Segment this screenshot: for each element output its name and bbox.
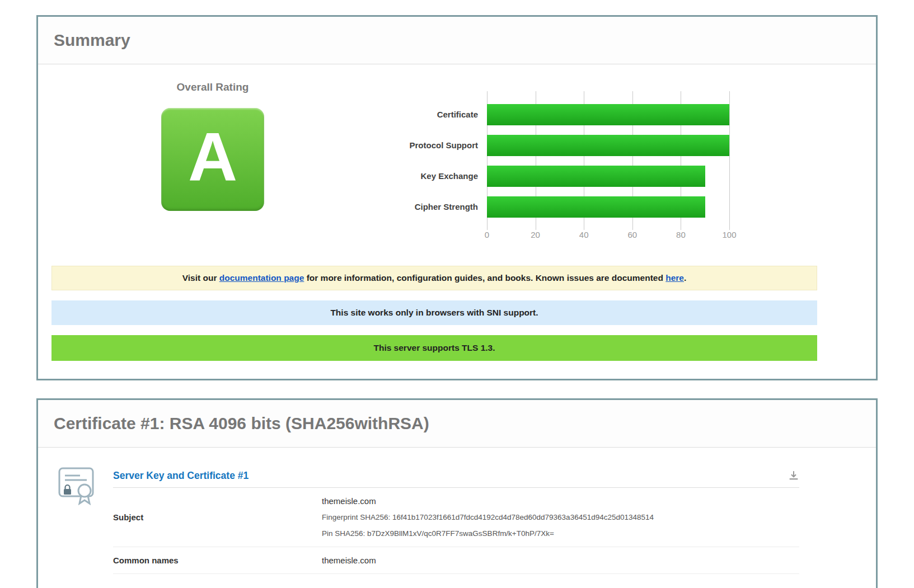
notice-text-part: Visit our [182,273,219,283]
grade-badge: A [161,108,264,211]
summary-header: Summary [38,17,876,64]
summary-body: Overall Rating A CertificateProtocol Sup… [38,64,876,379]
chart-axis-tick: 0 [485,230,489,239]
notice-text: This site works only in browsers with SN… [330,308,538,318]
cert-row-label: Common names [113,556,322,565]
ssl-report-page: Summary Overall Rating A CertificateProt… [0,0,914,588]
chart-axis-tick: 40 [579,230,589,239]
notice-text-part: . [684,273,686,283]
certificate-table: Subjectthemeisle.comFingerprint SHA256: … [113,488,799,574]
documentation-notice: Visit our documentation page for more in… [51,266,817,290]
score-chart: CertificateProtocol SupportKey ExchangeC… [351,99,729,241]
chart-bar-track [487,104,729,125]
summary-panel: Summary Overall Rating A CertificateProt… [36,15,878,380]
notice-text-part: for more information, configuration guid… [304,273,665,283]
tls13-notice: This server supports TLS 1.3. [51,335,817,361]
chart-bar-track [487,135,729,156]
cert-value-line: Pin SHA256: b7DzX9BllM1xV/qc0R7FF7swaGsS… [322,525,799,542]
overall-rating-label: Overall Rating [134,81,291,93]
chart-bar [487,135,729,156]
documentation-link[interactable]: documentation page [219,273,304,283]
chart-axis-tick: 100 [722,230,736,239]
chart-category-label: Cipher Strength [351,202,487,211]
cert-row-label: Subject [113,512,322,522]
chart-row: Key Exchange [351,161,729,191]
chart-row: Protocol Support [351,130,729,161]
chart-axis-tick: 80 [676,230,686,239]
chart-row: Certificate [351,99,729,130]
notice-text: This server supports TLS 1.3. [373,343,495,353]
chart-bar-track [487,166,729,187]
chart-axis-tick: 20 [531,230,540,239]
chart-category-label: Key Exchange [351,171,487,181]
cert-row-values: themeisle.com [322,552,799,568]
sni-notice: This site works only in browsers with SN… [51,300,817,325]
chart-row: Cipher Strength [351,191,729,222]
chart-category-label: Certificate [351,110,487,119]
notice-text: Visit our documentation page for more in… [182,273,687,283]
server-key-certificate-heading[interactable]: Server Key and Certificate #1 [113,470,249,482]
cert-table-row: Common namesthemeisle.com [113,547,799,574]
certificate-body: Server Key and Certificate #1 Subjectthe… [38,448,876,574]
cert-value-line: Fingerprint SHA256: 16f41b17023f1661d7fd… [322,509,799,525]
chart-gridline [729,91,730,230]
summary-title: Summary [54,31,130,50]
cert-value-line: themeisle.com [322,552,799,568]
cert-table-row: Subjectthemeisle.comFingerprint SHA256: … [113,488,799,547]
chart-bar-track [487,196,729,218]
download-icon[interactable] [788,470,799,481]
certificate-panel: Certificate #1: RSA 4096 bits (SHA256wit… [36,398,878,588]
grade-letter: A [188,123,237,196]
cert-value-line: themeisle.com [322,493,799,509]
known-issues-link[interactable]: here [665,273,684,283]
certificate-header: Certificate #1: RSA 4096 bits (SHA256wit… [38,400,876,448]
certificate-head-row: Server Key and Certificate #1 [113,466,799,485]
chart-x-axis: 020406080100 [487,230,729,241]
cert-row-values: themeisle.comFingerprint SHA256: 16f41b1… [322,493,799,542]
certificate-content: Server Key and Certificate #1 Subjectthe… [113,466,799,574]
certificate-title: Certificate #1: RSA 4096 bits (SHA256wit… [54,414,429,433]
chart-category-label: Protocol Support [351,140,487,150]
certificate-icon [58,466,98,574]
chart-bar [487,166,705,187]
chart-rows: CertificateProtocol SupportKey ExchangeC… [351,99,729,222]
chart-bar [487,196,705,218]
chart-axis-tick: 60 [627,230,637,239]
chart-bar [487,104,729,125]
